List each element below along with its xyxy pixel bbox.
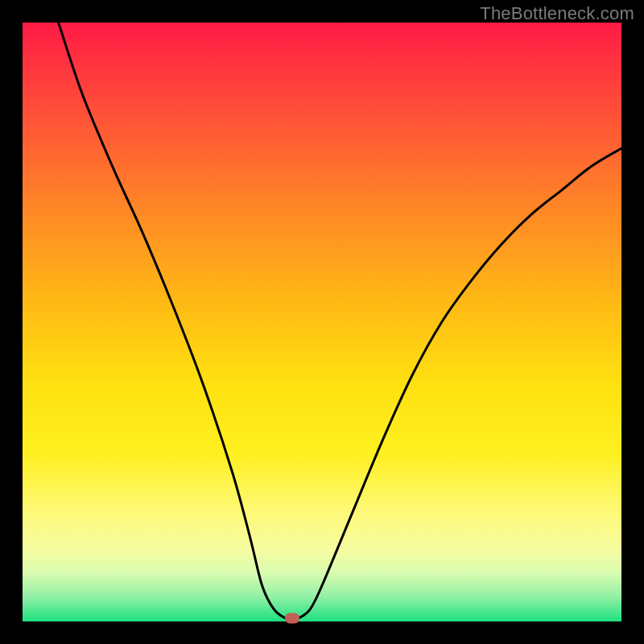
chart-frame: TheBottleneck.com [0, 0, 644, 644]
optimal-point-marker [285, 613, 299, 624]
bottleneck-curve [23, 23, 621, 621]
watermark-text: TheBottleneck.com [480, 3, 634, 24]
plot-area [23, 23, 621, 621]
